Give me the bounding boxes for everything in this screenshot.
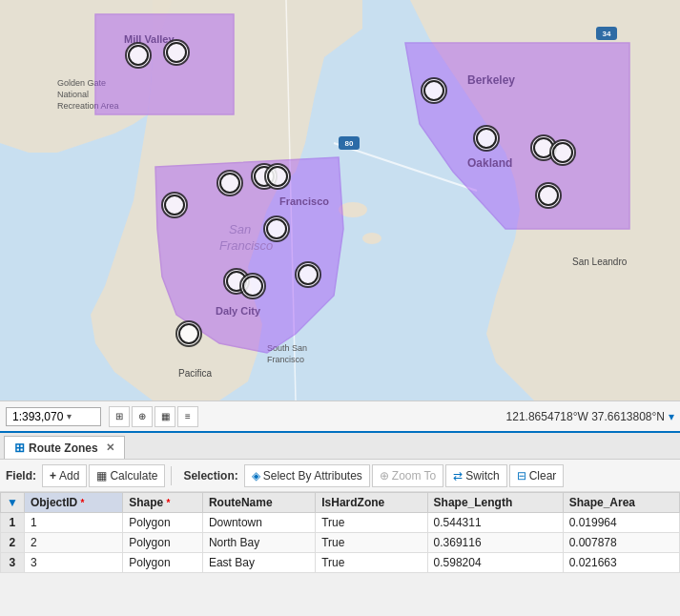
coords-text: 121.8654718°W 37.6613808°N	[506, 410, 665, 423]
coords-dropdown[interactable]: ▾	[669, 410, 674, 423]
map-toolbar: 1:393,070 ▾ ⊞ ⊕ ▦ ≡ 121.8654718°W 37.661…	[0, 400, 680, 431]
th-routename[interactable]: RouteName	[202, 493, 315, 513]
clear-icon: ⊟	[517, 469, 526, 483]
cell-shapelength: 0.598204	[427, 553, 563, 573]
selection-group: Selection: ◈ Select By Attributes ⊕ Zoom…	[177, 464, 564, 487]
cell-shapearea: 0.019964	[563, 513, 679, 533]
svg-text:34: 34	[603, 30, 611, 38]
cell-shapelength: 0.544311	[427, 513, 563, 533]
svg-text:Pacifica: Pacifica	[178, 368, 212, 379]
clear-button[interactable]: ⊟ Clear	[509, 464, 565, 487]
th-shape[interactable]: Shape *	[123, 493, 203, 513]
svg-text:National: National	[57, 90, 89, 99]
table-tab-bar: ⊞ Route Zones ✕	[0, 433, 680, 460]
cell-shape: Polygon	[123, 553, 203, 573]
cell-rownum: 2	[1, 533, 25, 553]
table-panel: ⊞ Route Zones ✕ Field: + Add ▦ Calculate…	[0, 431, 680, 573]
zoom-to-button[interactable]: ⊕ Zoom To	[372, 464, 443, 487]
th-shapelength[interactable]: Shape_Length	[427, 493, 563, 513]
cell-shapearea: 0.021663	[563, 553, 679, 573]
toolbar-separator-1	[171, 466, 172, 485]
cell-rownum: 1	[1, 513, 25, 533]
add-icon: +	[50, 469, 56, 483]
map-tool-icons: ⊞ ⊕ ▦ ≡	[109, 406, 198, 427]
tab-label: Route Zones	[29, 441, 98, 455]
scale-dropdown-arrow[interactable]: ▾	[67, 411, 72, 421]
map-view[interactable]: 80 34 Mill Valley Golden Gate National R…	[0, 0, 680, 400]
svg-text:Francisco: Francisco	[267, 355, 304, 364]
th-ishardzone[interactable]: IsHardZone	[316, 493, 427, 513]
select-by-attributes-label: Select By Attributes	[263, 469, 362, 483]
th-objectid[interactable]: ObjectID *	[24, 493, 122, 513]
cell-objectid: 2	[24, 533, 122, 553]
cell-routename: North Bay	[202, 533, 315, 553]
map-table-button[interactable]: ▦	[155, 406, 175, 427]
clear-label: Clear	[529, 469, 557, 483]
sort-icon: ▼	[7, 496, 18, 509]
zoom-icon: ⊕	[380, 469, 389, 483]
svg-marker-23	[95, 14, 234, 114]
add-button[interactable]: + Add	[42, 464, 87, 487]
cell-shape: Polygon	[123, 513, 203, 533]
selection-label: Selection:	[183, 469, 237, 483]
calculate-button[interactable]: ▦ Calculate	[89, 464, 165, 487]
cell-objectid: 1	[24, 513, 122, 533]
svg-text:80: 80	[345, 139, 354, 148]
route-zones-tab[interactable]: ⊞ Route Zones ✕	[4, 436, 125, 459]
th-rownum: ▼	[1, 493, 25, 513]
calculate-label: Calculate	[110, 469, 157, 483]
attribute-table: ▼ ObjectID * Shape * RouteName IsHardZon…	[0, 492, 680, 573]
table-scroll-area[interactable]: ▼ ObjectID * Shape * RouteName IsHardZon…	[0, 492, 680, 573]
map-layer-button[interactable]: ≡	[177, 406, 198, 427]
cell-shape: Polygon	[123, 533, 203, 553]
switch-button[interactable]: ⇄ Switch	[445, 464, 506, 487]
table-row[interactable]: 1 1 Polygon Downtown True 0.544311 0.019…	[1, 513, 680, 533]
cell-shapearea: 0.007878	[563, 533, 679, 553]
tab-close-button[interactable]: ✕	[106, 441, 114, 454]
svg-point-2	[362, 233, 381, 244]
scale-value: 1:393,070	[12, 410, 63, 423]
select-icon: ◈	[252, 469, 260, 483]
cell-rownum: 3	[1, 553, 25, 573]
cell-routename: East Bay	[202, 553, 315, 573]
cell-ishardzone: True	[316, 513, 427, 533]
cell-objectid: 3	[24, 553, 122, 573]
field-group: Field: + Add ▦ Calculate	[6, 464, 165, 487]
switch-label: Switch	[465, 469, 499, 483]
coordinates-display: 121.8654718°W 37.6613808°N ▾	[506, 410, 674, 423]
table-row[interactable]: 3 3 Polygon East Bay True 0.598204 0.021…	[1, 553, 680, 573]
cell-ishardzone: True	[316, 533, 427, 553]
table-toolbar: Field: + Add ▦ Calculate Selection: ◈ Se…	[0, 460, 680, 492]
field-label: Field:	[6, 469, 36, 483]
map-measure-button[interactable]: ⊕	[132, 406, 153, 427]
switch-icon: ⇄	[453, 469, 463, 483]
cell-routename: Downtown	[202, 513, 315, 533]
scale-selector[interactable]: 1:393,070 ▾	[6, 407, 101, 426]
calculate-icon: ▦	[96, 469, 107, 483]
zoom-to-label: Zoom To	[392, 469, 436, 483]
table-body: 1 1 Polygon Downtown True 0.544311 0.019…	[1, 513, 680, 573]
map-grid-button[interactable]: ⊞	[109, 406, 130, 427]
svg-text:San Leandro: San Leandro	[572, 257, 628, 267]
th-shapearea[interactable]: Shape_Area	[563, 493, 679, 513]
cell-ishardzone: True	[316, 553, 427, 573]
cell-shapelength: 0.369116	[427, 533, 563, 553]
select-by-attributes-button[interactable]: ◈ Select By Attributes	[244, 464, 370, 487]
tab-grid-icon: ⊞	[14, 441, 25, 455]
add-label: Add	[59, 469, 79, 483]
table-row[interactable]: 2 2 Polygon North Bay True 0.369116 0.00…	[1, 533, 680, 553]
